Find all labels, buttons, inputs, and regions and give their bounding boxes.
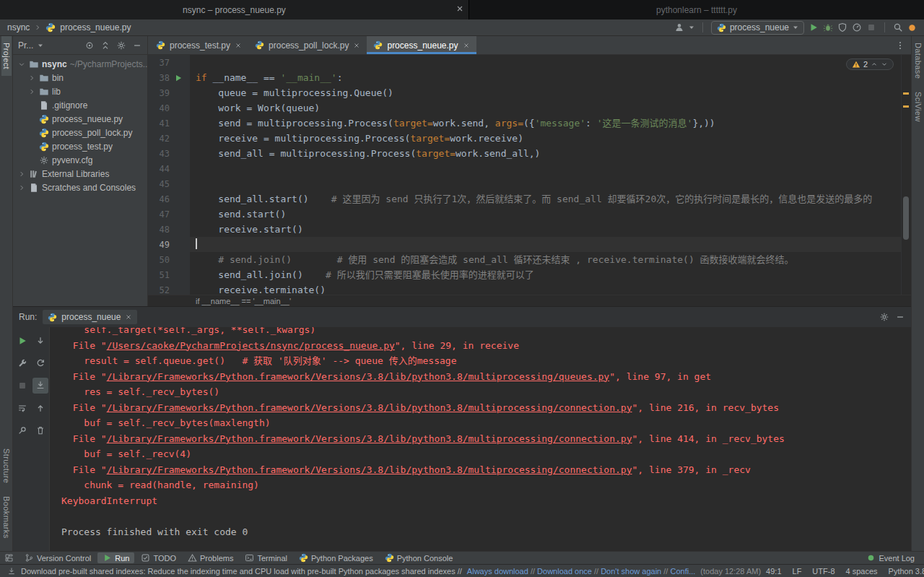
code-line-52[interactable]: 52 receive.terminate() — [148, 282, 901, 295]
project-tree-item-lib[interactable]: lib — [13, 84, 147, 98]
restore-layout-button[interactable] — [32, 355, 48, 371]
code-line-50[interactable]: 50 # send.join() # 使用 send 的阻塞会造成 send_a… — [148, 252, 901, 267]
code-text[interactable]: receive.terminate() — [190, 282, 901, 295]
error-stripe[interactable] — [901, 55, 911, 295]
chevron-down-icon[interactable] — [689, 25, 694, 30]
chevron-right-icon[interactable] — [27, 74, 36, 82]
rerun-button[interactable] — [14, 333, 30, 349]
line-number[interactable]: 51 — [148, 270, 170, 280]
search-icon[interactable] — [893, 22, 903, 32]
status-action-link[interactable]: Download once — [537, 567, 592, 576]
tool-stripe-project[interactable]: Project — [1, 36, 12, 76]
code-line-45[interactable]: 45 — [148, 176, 901, 191]
account-icon[interactable] — [674, 22, 684, 32]
code-line-38[interactable]: 38if __name__ == '__main__': — [148, 70, 901, 85]
project-tree-item-process-test-py[interactable]: process_test.py — [13, 139, 147, 153]
chevron-down-icon[interactable] — [17, 61, 26, 68]
line-number[interactable]: 46 — [148, 194, 170, 204]
code-line-49[interactable]: 49 — [148, 237, 901, 252]
tool-window-button-terminal[interactable]: Terminal — [240, 552, 292, 563]
stack-trace-link[interactable]: /Library/Frameworks/Python.framework/Ver… — [107, 371, 610, 382]
close-icon[interactable] — [125, 313, 132, 321]
code-text[interactable]: receive.start() — [190, 222, 901, 237]
caret-position[interactable]: 49:1 — [766, 567, 781, 576]
window-title-inactive[interactable]: pythonlearn – tttttt.py — [469, 0, 924, 19]
code-text[interactable]: send = multiprocessing.Process(target=wo… — [190, 116, 901, 131]
scroll-to-end-button[interactable] — [32, 378, 48, 394]
warning-mark[interactable] — [903, 92, 909, 95]
breadcrumb-file[interactable]: process_nueue.py — [60, 22, 131, 32]
chevron-down-icon[interactable] — [38, 43, 43, 48]
code-text[interactable]: # send.join() # 使用 send 的阻塞会造成 send_all … — [190, 252, 901, 267]
run-config-select[interactable]: process_nueue — [711, 21, 804, 35]
project-tree-item-pyvenv-cfg[interactable]: pyvenv.cfg — [13, 153, 147, 167]
debug-button[interactable] — [823, 22, 833, 32]
code-text[interactable]: send_all.start() # 这里因为 send 只执行了1次，然后就结… — [190, 191, 901, 207]
code-text[interactable]: if __name__ == '__main__': — [190, 70, 901, 85]
soft-wrap-button[interactable] — [14, 400, 30, 416]
locate-file-icon[interactable] — [84, 40, 95, 51]
project-tree-item-process-poll-lock-py[interactable]: process_poll_lock.py — [13, 126, 147, 139]
line-number[interactable]: 38 — [148, 73, 170, 83]
editor-gutter[interactable]: 39 — [148, 85, 190, 100]
line-number[interactable]: 42 — [148, 134, 170, 144]
tool-stripe-bookmarks[interactable]: Bookmarks — [1, 490, 12, 545]
tool-window-button-version-control[interactable]: Version Control — [19, 552, 96, 563]
editor-gutter[interactable]: 51 — [148, 267, 190, 282]
line-number[interactable]: 47 — [148, 209, 170, 220]
code-line-48[interactable]: 48 receive.start() — [148, 222, 901, 237]
line-ending[interactable]: LF — [793, 567, 802, 576]
project-tree-item-nsync[interactable]: nsync ~/PycharmProjects... — [13, 57, 147, 71]
code-line-44[interactable]: 44 — [148, 161, 901, 176]
hide-panel-icon[interactable] — [132, 40, 142, 51]
line-number[interactable]: 37 — [148, 58, 170, 68]
editor-gutter[interactable]: 44 — [148, 161, 190, 176]
run-line-icon[interactable] — [174, 74, 183, 82]
tab-options-icon[interactable] — [895, 40, 905, 51]
scrollbar-thumb[interactable] — [903, 196, 909, 240]
code-line-43[interactable]: 43 send_all = multiprocessing.Process(ta… — [148, 146, 901, 161]
line-number[interactable]: 52 — [148, 285, 170, 295]
tool-window-button-python-packages[interactable]: Python Packages — [294, 552, 378, 563]
line-number[interactable]: 49 — [148, 240, 170, 250]
project-panel-title[interactable]: Pr... — [18, 40, 33, 51]
code-line-41[interactable]: 41 send = multiprocessing.Process(target… — [148, 116, 901, 131]
editor-tab-process-nueue-py[interactable]: process_nueue.py — [367, 36, 476, 54]
line-number[interactable]: 40 — [148, 103, 170, 113]
code-line-46[interactable]: 46 send_all.start() # 这里因为 send 只执行了1次，然… — [148, 191, 901, 207]
tool-stripe-structure[interactable]: Structure — [1, 442, 12, 490]
code-text[interactable]: queue = multiprocessing.Queue() — [190, 85, 901, 100]
line-number[interactable]: 50 — [148, 255, 170, 265]
editor-gutter[interactable]: 43 — [148, 146, 190, 161]
editor-gutter[interactable]: 38 — [148, 70, 190, 85]
code-text[interactable]: send_all.join() # 所以我们只需要阻塞最长使用率的进程就可以了 — [190, 267, 901, 282]
status-action-link[interactable]: Don't show again — [601, 567, 661, 576]
code-line-40[interactable]: 40 work = Work(queue) — [148, 100, 901, 116]
pin-button[interactable] — [14, 422, 30, 438]
up-stack-button[interactable] — [32, 400, 48, 416]
code-line-51[interactable]: 51 send_all.join() # 所以我们只需要阻塞最长使用率的进程就可… — [148, 267, 901, 282]
project-tree-item--gitignore[interactable]: .gitignore — [13, 98, 147, 112]
chevron-right-icon[interactable] — [17, 170, 26, 178]
profiler-button[interactable] — [852, 22, 862, 32]
chevron-right-icon[interactable] — [17, 184, 26, 191]
project-tree-item-bin[interactable]: bin — [13, 71, 147, 84]
editor-breadcrumb[interactable]: if __name__ == '__main__' — [148, 295, 911, 306]
chevron-down-icon[interactable] — [881, 61, 888, 68]
editor-gutter[interactable]: 37 — [148, 55, 190, 70]
line-number[interactable]: 43 — [148, 149, 170, 159]
tool-stripe-sciview[interactable]: SciView — [913, 85, 923, 129]
close-icon[interactable] — [235, 42, 242, 49]
editor-gutter[interactable]: 48 — [148, 222, 190, 237]
code-editor[interactable]: 3738if __name__ == '__main__':39 queue =… — [148, 55, 911, 295]
file-encoding[interactable]: UTF-8 — [812, 567, 834, 576]
warning-mark[interactable] — [903, 105, 909, 108]
code-text[interactable] — [190, 176, 901, 191]
tool-windows-icon[interactable] — [4, 553, 14, 563]
code-text[interactable] — [190, 161, 901, 176]
run-console[interactable]: self._target(*self._args, **self._kwargs… — [50, 327, 911, 551]
python-interpreter[interactable]: Python 3.8 (nsync) — [889, 567, 924, 576]
project-tree-item-external-libraries[interactable]: External Libraries — [13, 167, 147, 181]
inspections-widget[interactable]: 2 — [846, 58, 894, 70]
editor-gutter[interactable]: 42 — [148, 131, 190, 146]
